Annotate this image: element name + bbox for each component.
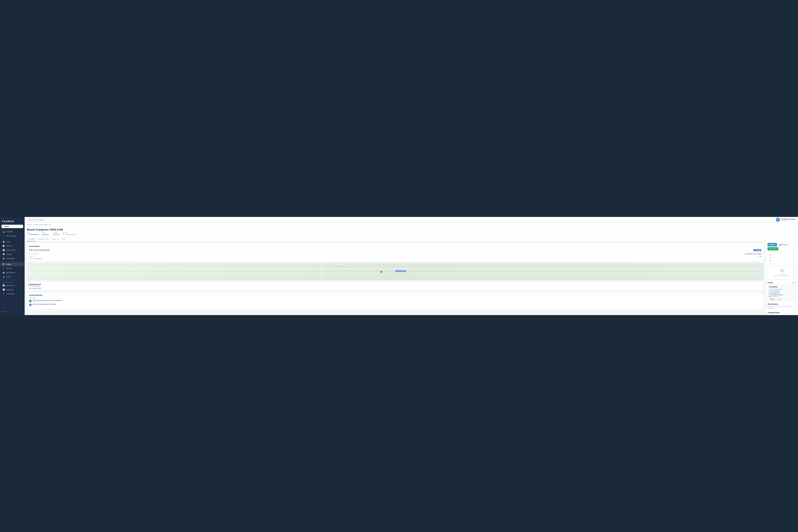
more-customer-icon[interactable]: ⋯ — [794, 282, 797, 284]
customer-label: Kunde — [767, 282, 773, 284]
customer-address: Hansstedvej 124B — [771, 288, 782, 290]
order-convert-icon: 📋 — [770, 257, 772, 259]
address-city: 2000 Frederiksberg — [28, 285, 762, 287]
integrations-label: Integrationer — [0, 281, 25, 283]
sidebar-item-ejendomme[interactable]: 🏠 Ejendomme — [1, 271, 24, 274]
tab-filter[interactable]: Filter — [60, 237, 67, 241]
support-icon: 💬 — [3, 253, 5, 255]
image-upload-area[interactable]: 🖼 Add image Upload an image of the asset — [767, 265, 797, 280]
sidebar-item-mine-opgaver[interactable]: ✓ Mine opgaver — [1, 234, 24, 238]
status-badge: Planlagt — [41, 234, 49, 235]
activity-icon-blue: ★ — [29, 304, 32, 306]
tasks-icon: ✓ — [3, 235, 5, 237]
service-icon: ⚙ — [3, 267, 5, 269]
remove-customer-button[interactable]: Fjern — [777, 298, 783, 300]
service-link[interactable]: Gå til serviceaftale › — [29, 258, 761, 260]
sidebar-item-dokumenter[interactable]: 📄 Dokumenter — [1, 248, 24, 252]
breadcrumb: Anlæg › Compress 600 AWM 7 kW — [25, 223, 798, 227]
activity-title: Seneste aktivitet — [29, 294, 761, 296]
activity-item-1: ✓ Betina Sommer oprettede bemærkning på … — [29, 300, 761, 302]
next-service-value: 3. april 2025 (om 4 dage) — [745, 253, 761, 254]
service-card: Serviceaftale Årlig service af varmepump… — [27, 243, 763, 262]
tabs: Oversikt Dokumenter 4 Order 4 Filter — [25, 237, 798, 241]
google-maps-link[interactable]: Vis i Google Maps › — [28, 287, 762, 289]
map-pin — [380, 271, 382, 273]
asset-details-label: Anlægsdetaljer — [767, 312, 797, 314]
sidebar-item-indstillinger[interactable]: ⚙ Indstillinger — [1, 292, 24, 296]
dropdown-slet[interactable]: 🗑 — [768, 259, 796, 263]
partner-icon: 🤝 — [770, 254, 772, 255]
activity-time-1: 25. marts 2025 14:31 — [33, 301, 61, 302]
tab-overview[interactable]: Oversikt — [27, 237, 36, 241]
activity-icon-green: ✓ — [29, 300, 32, 302]
service-header-row: Serviceaftale — [29, 245, 761, 248]
sidebar-item-anlaeg[interactable]: 🏗 Anlæg — [1, 262, 24, 266]
breadcrumb-current: Compress 600 AWM 7 kW — [33, 224, 51, 226]
dropdown-section: 🤝 📋 🗑 — [767, 252, 797, 264]
customer-phone: 12 34 56 78 — [771, 296, 778, 297]
map-background: Eyre Paradise Compress 600 AWM 7 Google — [27, 263, 763, 280]
maps-link-container: Vis i Google Maps › — [28, 287, 762, 289]
tab-documents-badge: 4 — [46, 238, 49, 240]
search-box[interactable]: 🔍 ⌘ + K for at søge — [27, 218, 45, 222]
image-upload-sublabel: Upload an image of the asset — [771, 275, 793, 277]
customer-header: Kunde + ⋯ — [767, 282, 797, 284]
logo: TAURUS — [0, 218, 25, 224]
customer-maps-anchor[interactable]: Vis i Google Maps — [769, 292, 780, 293]
dropdown-partner[interactable]: 🤝 — [768, 253, 796, 256]
sidebar-item-opgaver[interactable]: 📝 Opgaver — [1, 244, 24, 248]
sidebar-item-rapporter[interactable]: 📈 Rapporter — [1, 288, 24, 291]
opret-ordre-button[interactable]: Opret ordre — [767, 247, 778, 250]
interval-value: 1 år — [759, 255, 761, 257]
qr-kode-button[interactable]: ▦ QR kode — [778, 243, 789, 246]
edit-customer-button[interactable]: Redigér — [769, 298, 776, 300]
sidebar-item-support[interactable]: 💬 Support — [1, 252, 24, 256]
sidebar-item-dashboard[interactable]: 📊 Dashboard — [1, 284, 24, 287]
asset-condition-value: 📊 561-22 — [53, 234, 60, 235]
notes-section: Bemærkning Noget interessant, man bør vi… — [767, 303, 797, 309]
add-customer-icon[interactable]: + — [791, 282, 794, 284]
content-area: Serviceaftale Årlig service af varmepump… — [25, 241, 798, 315]
email-icon: ✉ — [769, 294, 770, 295]
top-bar: 🔍 ⌘ + K for at søge CK Christoffer Knuds… — [25, 217, 798, 223]
breadcrumb-link-anlaeg[interactable]: Anlæg — [27, 224, 31, 226]
service-section-title: Serviceaftale — [29, 245, 40, 247]
customer-section: Kunde + ⋯ Leif Bülow 📍 Hansstedvej 124B — [767, 282, 797, 302]
bell-icon: 🔔 — [3, 258, 5, 259]
plan-button[interactable]: + Planlagt — [753, 249, 761, 251]
fold-ud-button[interactable]: Fold ind — [0, 309, 25, 314]
dropdown-ordre[interactable]: 📋 — [768, 256, 796, 259]
asset-type: Type 🔧 Varmepumpe — [27, 232, 38, 235]
reports-icon: 📈 — [3, 289, 5, 291]
asset-details-section: Anlægsdetaljer — [767, 312, 797, 314]
sidebar-item-service[interactable]: ⚙ Service — [1, 267, 24, 270]
user-info: CK Christoffer Knudsen Nemesys — [776, 218, 796, 222]
settings-icon: ⚙ — [3, 293, 5, 295]
create-button[interactable]: + Opret — [1, 225, 23, 228]
action-buttons: Aktiviser ▦ QR kode Opret ordre — [767, 243, 797, 250]
aktiviser-button[interactable]: Aktiviser — [767, 243, 777, 246]
asset-type-value: 🔧 Varmepumpe — [27, 234, 38, 235]
notes-placeholder: Noget interessant, man bør vide om anlæg… — [767, 306, 797, 309]
content-panel: Serviceaftale Årlig service af varmepump… — [25, 241, 766, 315]
sidebar-item-kunder[interactable]: 👥 Kunder — [1, 275, 24, 279]
tab-documents[interactable]: Dokumenter 4 — [36, 237, 51, 241]
customer-name: Leif Bülow — [769, 286, 795, 288]
sidebar-item-indbakke[interactable]: 📥 Indbakke — [1, 230, 24, 234]
anlaeg-icon: 🏗 — [3, 263, 5, 265]
order-icon: 📋 — [3, 241, 5, 243]
location-icon: 📍 — [63, 234, 64, 235]
sidebar: TAURUS + Opret 📥 Indbakke ✓ Mine opgaver… — [0, 217, 25, 315]
interval-label: Interval — [29, 255, 34, 257]
tab-orders[interactable]: Order 4 — [51, 237, 60, 241]
sidebar-item-ordre[interactable]: 📋 Ordre — [1, 240, 24, 244]
sidebar-item-varslininger[interactable]: 🔔 Varslininger — [1, 256, 24, 260]
asset-meta: Type 🔧 Varmepumpe Status Planlagt Condit… — [27, 232, 796, 235]
customer-email-detail: ✉ leifbulow@gmail.com — [769, 294, 795, 295]
customer-email[interactable]: leifbulow@gmail.com — [771, 294, 783, 295]
image-upload-label: Add image — [771, 273, 793, 275]
map-container: Eyre Paradise Compress 600 AWM 7 Google — [27, 263, 763, 280]
search-icon: 🔍 — [28, 219, 31, 221]
activity-item-2: ★ Betina Sommer tilknyttede serviceaftal… — [29, 304, 761, 306]
interval-row: Interval 1 år — [29, 255, 761, 257]
